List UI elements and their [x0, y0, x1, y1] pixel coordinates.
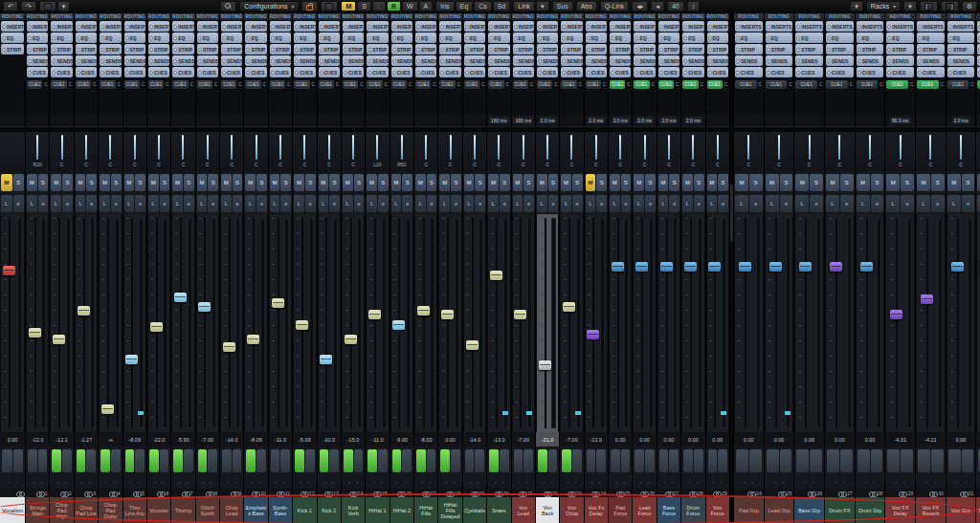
power-led-icon[interactable] — [295, 59, 299, 63]
monitor-button[interactable] — [645, 449, 655, 472]
record-button[interactable] — [28, 449, 37, 472]
channel-name[interactable]: Vox Grp — [947, 497, 976, 523]
sends-rack[interactable]: SENDS — [917, 55, 945, 66]
channel-type-button-m[interactable]: M — [341, 1, 356, 11]
record-button[interactable] — [344, 449, 353, 472]
listen-button[interactable]: L — [886, 195, 900, 212]
cue1-slot[interactable]: CUE1 — [886, 80, 908, 89]
power-led-icon[interactable] — [392, 36, 396, 40]
cues-rack[interactable]: CUES — [221, 67, 242, 77]
power-led-icon[interactable] — [465, 71, 469, 75]
cue-pan[interactable]: C — [43, 82, 48, 87]
power-led-icon[interactable] — [77, 25, 80, 29]
record-button[interactable] — [514, 449, 523, 472]
solo-button[interactable]: S — [38, 174, 49, 191]
power-led-icon[interactable] — [198, 36, 202, 40]
power-led-icon[interactable] — [416, 25, 420, 29]
read-automation-button[interactable] — [201, 480, 206, 485]
record-button[interactable] — [416, 449, 426, 472]
write-automation-button[interactable] — [573, 480, 578, 485]
pan-control[interactable]: C — [706, 132, 729, 172]
cue-pan[interactable]: C — [189, 82, 194, 87]
power-led-icon[interactable] — [222, 59, 226, 63]
monitor-button[interactable] — [901, 449, 913, 472]
write-automation-button[interactable] — [963, 480, 968, 485]
cues-rack[interactable]: CUES — [124, 67, 145, 77]
eq-rack[interactable]: EQ — [391, 33, 412, 43]
channel-name[interactable]: HiHat Fills — [414, 497, 437, 523]
solo-button[interactable]: S — [962, 174, 975, 191]
width-spinner[interactable]: ↕ — [687, 1, 701, 11]
search-button[interactable] — [220, 1, 236, 11]
listen-button[interactable]: L — [682, 195, 693, 212]
solo-button[interactable]: S — [305, 174, 316, 191]
inserts-rack[interactable]: INSERTS — [391, 21, 412, 32]
solo-button[interactable]: S — [280, 174, 291, 191]
solo-button[interactable]: S — [378, 174, 389, 191]
db-value[interactable]: -8.09 — [250, 437, 262, 443]
strip-rack[interactable]: STRIP — [51, 44, 72, 54]
cues-rack[interactable]: CUES — [391, 67, 412, 77]
read-automation-button[interactable] — [56, 480, 60, 485]
inserts-rack[interactable]: INSERTS — [857, 21, 884, 32]
read-automation-button[interactable] — [177, 480, 182, 485]
cues-rack[interactable]: CUES — [947, 67, 975, 77]
read-automation-button[interactable] — [299, 480, 303, 485]
power-led-icon[interactable] — [2, 48, 6, 52]
mute-button[interactable]: M — [537, 174, 547, 191]
cue-pan[interactable]: C — [553, 82, 558, 87]
eq-rack[interactable]: EQ — [513, 33, 534, 43]
cue1-slot[interactable]: CUE1 — [197, 80, 212, 89]
cues-rack[interactable]: CUES — [464, 67, 485, 77]
channel-name[interactable]: Kick 2 — [318, 497, 341, 523]
power-led-icon[interactable] — [222, 25, 226, 29]
strip-rack[interactable]: STRIP — [1, 44, 24, 54]
edit-button[interactable]: e — [451, 195, 461, 212]
strip-rack[interactable]: STRIP — [488, 44, 509, 54]
cue1-slot[interactable]: CUE1 — [735, 80, 757, 89]
strip-rack[interactable]: STRIP — [391, 44, 412, 54]
sus-button[interactable]: Sus — [552, 1, 573, 11]
power-led-icon[interactable] — [77, 71, 80, 75]
record-button[interactable] — [659, 449, 669, 472]
power-led-icon[interactable] — [514, 59, 518, 63]
strip-rack[interactable]: STRIP — [439, 44, 460, 54]
edit-button[interactable]: e — [475, 195, 485, 212]
power-led-icon[interactable] — [858, 71, 861, 75]
power-led-icon[interactable] — [827, 71, 831, 75]
cue1-slot[interactable]: CUE1 — [707, 80, 723, 89]
record-button[interactable] — [2, 449, 12, 472]
mute-button[interactable]: M — [886, 174, 900, 191]
power-led-icon[interactable] — [708, 25, 712, 29]
mute-button[interactable]: M — [27, 174, 37, 191]
edit-button[interactable]: e — [523, 195, 534, 212]
strip-rack[interactable]: STRIP — [464, 44, 485, 54]
routing-rack[interactable]: ROUTING — [293, 13, 316, 20]
write-automation-button[interactable] — [112, 480, 117, 485]
solo-button[interactable]: S — [256, 174, 267, 191]
strip-rack[interactable]: STRIP — [513, 44, 534, 54]
listen-button[interactable]: L — [857, 195, 870, 212]
channel-name[interactable]: Emphasis Bass — [244, 497, 267, 523]
fader-cap[interactable] — [296, 320, 308, 330]
power-led-icon[interactable] — [827, 36, 831, 40]
read-automation-button[interactable] — [566, 480, 570, 485]
cue1-slot[interactable]: CUE1 — [124, 80, 140, 89]
strip-rack[interactable]: STRIP — [795, 44, 823, 54]
routing-rack[interactable]: ROUTING — [318, 13, 341, 20]
edit-button[interactable]: e — [378, 195, 389, 212]
listen-button[interactable]: L — [513, 195, 523, 212]
mute-button[interactable]: M — [391, 174, 402, 191]
racks-select[interactable]: Racks ▾ — [866, 1, 901, 11]
sends-rack[interactable]: SENDS — [682, 55, 703, 66]
power-led-icon[interactable] — [887, 71, 891, 75]
cue1-slot[interactable]: CUE1 — [586, 80, 601, 89]
listen-button[interactable]: L — [488, 195, 499, 212]
read-automation-button[interactable] — [711, 480, 716, 485]
power-led-icon[interactable] — [271, 36, 275, 40]
power-led-icon[interactable] — [708, 59, 712, 63]
edit-button[interactable]: e — [931, 195, 945, 212]
fader-cap[interactable] — [101, 404, 114, 414]
cues-rack[interactable]: CUES — [270, 67, 291, 77]
eq-rack[interactable]: EQ — [148, 33, 169, 43]
